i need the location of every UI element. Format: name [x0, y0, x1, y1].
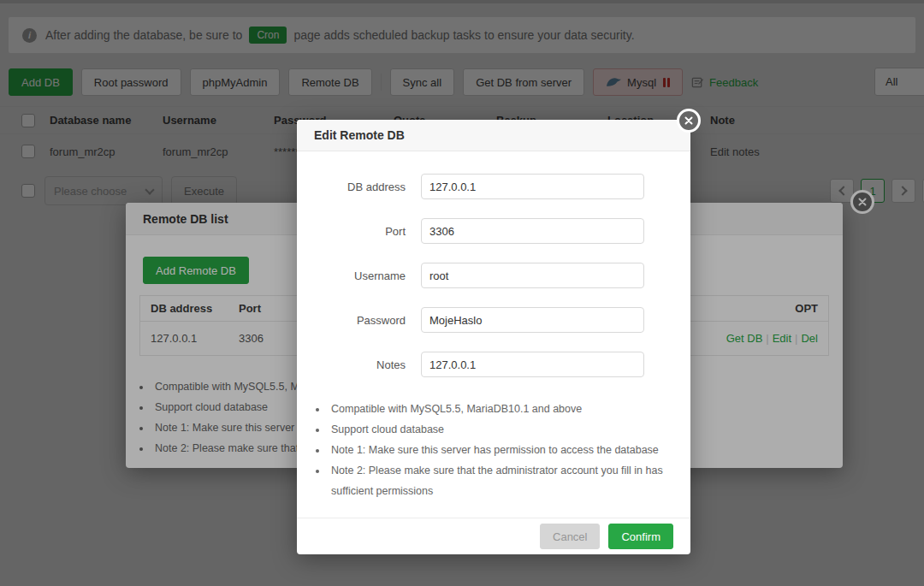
username-label: Username — [297, 269, 421, 282]
note-item: Compatible with MySQL5.5, MariaDB10.1 an… — [328, 399, 668, 419]
password-field[interactable] — [421, 307, 644, 333]
db-address-field[interactable] — [421, 174, 644, 199]
edit-modal-notes: Compatible with MySQL5.5, MariaDB10.1 an… — [297, 399, 668, 501]
edit-modal-title: Edit Remote DB — [314, 128, 405, 142]
note-item: Support cloud database — [328, 419, 668, 440]
cancel-button[interactable]: Cancel — [540, 524, 600, 549]
edit-modal-close-icon[interactable] — [677, 109, 701, 133]
port-field[interactable] — [421, 218, 644, 244]
notes-field[interactable] — [421, 352, 644, 377]
edit-modal-footer: Cancel Confirm — [297, 518, 690, 554]
username-field[interactable] — [421, 263, 644, 288]
notes-label: Notes — [297, 358, 421, 371]
confirm-button[interactable]: Confirm — [608, 524, 673, 549]
note-item: Note 1: Make sure this server has permis… — [328, 440, 668, 460]
note-item: Note 2: Please make sure that the admini… — [328, 460, 668, 501]
edit-modal-header: Edit Remote DB — [297, 120, 690, 151]
db-address-label: DB address — [297, 181, 421, 193]
password-label: Password — [297, 314, 421, 327]
edit-remote-db-modal: Edit Remote DB DB address Port Username … — [297, 120, 690, 554]
edit-remote-db-form: DB address Port Username Password Notes — [297, 174, 690, 396]
port-label: Port — [297, 225, 421, 238]
database-page: i After adding the database, be sure to … — [0, 0, 924, 586]
